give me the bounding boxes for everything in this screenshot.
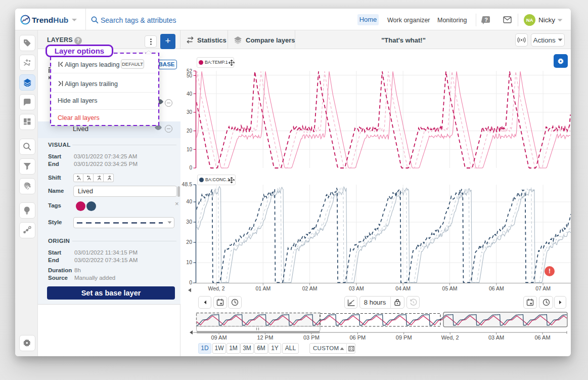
svg-text:03 PM: 03 PM (303, 334, 320, 341)
svg-text:40: 40 (187, 91, 193, 97)
svg-text:02 AM: 02 AM (302, 285, 318, 291)
svg-text:10: 10 (187, 147, 193, 152)
svg-text:20: 20 (186, 239, 192, 245)
svg-text:06 AM: 06 AM (534, 334, 550, 341)
svg-text:03 AM: 03 AM (349, 285, 364, 291)
svg-text:20: 20 (187, 128, 193, 134)
svg-text:05 AM: 05 AM (442, 285, 458, 291)
svg-text:06 AM: 06 AM (489, 285, 504, 291)
svg-text:04 AM: 04 AM (395, 285, 411, 291)
svg-text:01 AM: 01 AM (255, 285, 270, 291)
svg-text:?: ? (484, 17, 488, 23)
svg-text:Wed, 2: Wed, 2 (208, 285, 224, 291)
svg-text:50: 50 (187, 73, 193, 78)
svg-text:0: 0 (189, 279, 192, 285)
svg-text:48.5: 48.5 (182, 181, 193, 187)
svg-text:09 AM: 09 AM (211, 334, 227, 341)
svg-text:07 AM: 07 AM (535, 285, 551, 291)
svg-text:12 PM: 12 PM (257, 334, 274, 341)
svg-text:30: 30 (187, 109, 193, 115)
svg-text:0: 0 (189, 165, 192, 171)
svg-text:03 AM: 03 AM (488, 334, 504, 341)
svg-text:09 PM: 09 PM (396, 334, 412, 341)
svg-text:30: 30 (186, 219, 192, 225)
svg-text:Wed, 2: Wed, 2 (441, 334, 459, 341)
svg-text:40: 40 (186, 198, 192, 204)
svg-text:06 PM: 06 PM (349, 334, 366, 341)
svg-text:10: 10 (186, 259, 192, 265)
